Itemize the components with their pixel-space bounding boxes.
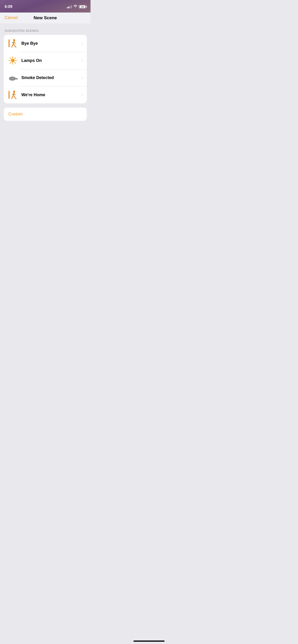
bye-bye-icon	[8, 38, 18, 49]
custom-label: Custom	[8, 112, 23, 116]
page-title: New Scene	[34, 15, 57, 20]
svg-line-5	[15, 46, 16, 47]
were-home-chevron: ›	[82, 93, 83, 97]
status-bar: 6:09 100	[0, 0, 91, 12]
svg-rect-19	[15, 78, 18, 79]
scene-item-bye-bye[interactable]: Bye Bye ›	[4, 35, 87, 52]
bye-bye-chevron: ›	[82, 41, 83, 46]
content-area: SUGGESTED SCENES	[0, 24, 91, 124]
svg-line-15	[15, 58, 16, 59]
smoke-detected-chevron: ›	[82, 76, 83, 80]
suggested-scenes-list: Bye Bye › Lamps On	[4, 35, 87, 104]
navigation-bar: Cancel New Scene	[0, 12, 91, 24]
wifi-icon	[73, 5, 78, 9]
svg-line-6	[12, 44, 14, 46]
were-home-icon	[8, 90, 18, 100]
status-icons: 100	[67, 5, 86, 9]
bye-bye-label: Bye Bye	[21, 41, 82, 46]
smoke-detected-label: Smoke Detected	[21, 75, 82, 80]
svg-line-16	[10, 62, 11, 64]
were-home-label: We're Home	[21, 92, 82, 97]
lamps-on-chevron: ›	[82, 58, 83, 62]
svg-point-8	[11, 59, 15, 62]
svg-line-14	[15, 62, 16, 64]
scene-item-smoke-detected[interactable]: Smoke Detected ›	[4, 69, 87, 86]
custom-button[interactable]: Custom	[4, 108, 87, 121]
svg-line-13	[10, 58, 11, 59]
battery-icon: 100	[79, 5, 86, 8]
lamps-on-icon	[8, 55, 18, 66]
scene-item-lamps-on[interactable]: Lamps On ›	[4, 52, 87, 69]
svg-line-26	[15, 97, 16, 99]
scene-item-were-home[interactable]: We're Home ›	[4, 86, 87, 104]
cancel-button[interactable]: Cancel	[5, 15, 18, 20]
lamps-on-label: Lamps On	[21, 58, 82, 63]
svg-point-20	[10, 78, 15, 80]
status-time: 6:09	[5, 4, 12, 9]
smoke-detected-icon	[8, 72, 18, 83]
svg-line-7	[12, 46, 12, 47]
signal-icon	[67, 5, 72, 8]
svg-line-28	[12, 97, 12, 99]
svg-line-27	[12, 95, 14, 97]
suggested-section-label: SUGGESTED SCENES	[5, 29, 87, 32]
